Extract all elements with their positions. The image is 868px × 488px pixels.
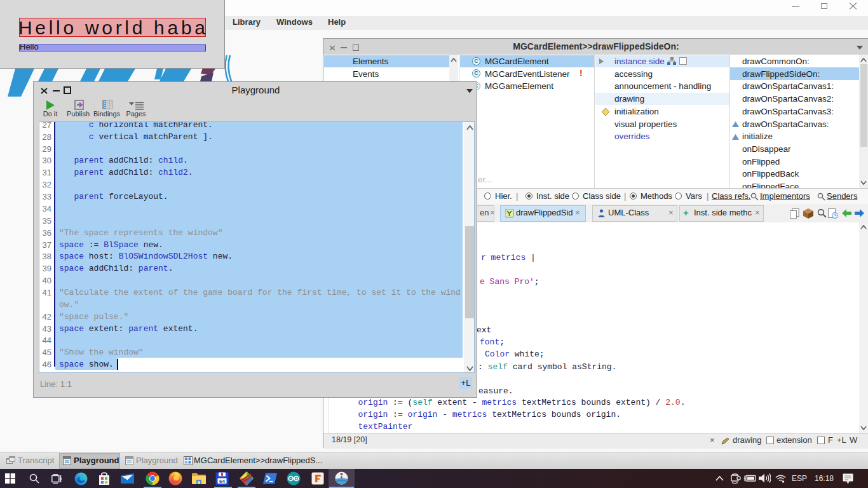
svg-text:64: 64: [219, 478, 225, 484]
